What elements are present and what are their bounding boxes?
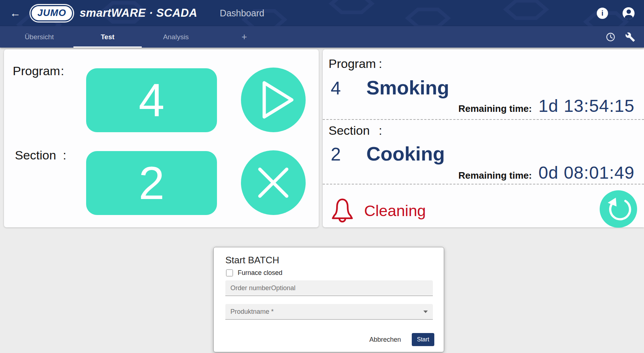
status-section-row: 2 Cooking <box>331 142 445 165</box>
order-number-input[interactable] <box>225 280 433 296</box>
status-program-label-row: Program : <box>329 57 382 71</box>
program-control-card: Program : 4 Section : 2 <box>4 49 319 227</box>
play-triangle-icon <box>241 68 306 132</box>
program-remaining-time: Remaining time: 1d 13:54:15 <box>458 96 635 116</box>
jumo-logo-text: JUMO <box>37 7 66 18</box>
section-remaining-value: 0d 08:01:49 <box>538 163 635 183</box>
furnace-closed-row[interactable]: Furnace closed <box>226 269 282 277</box>
program-status-card: Program : 4 Smoking Remaining time: 1d 1… <box>323 49 644 227</box>
divider <box>323 119 644 120</box>
status-program-label: Program <box>329 57 379 71</box>
status-program-row: 4 Smoking <box>331 76 449 99</box>
scada-dashboard-screen: ← JUMO smartWARE · SCADA Dashboard i Übe… <box>0 0 644 353</box>
status-section-label: Section <box>329 123 379 138</box>
dialog-actions: Abbrechen Start <box>369 333 434 346</box>
dialog-title: Start BATCH <box>225 255 279 266</box>
program-remaining-value: 1d 13:54:15 <box>538 96 635 116</box>
section-label-row: Section : <box>15 148 66 162</box>
status-section-name: Cooking <box>366 142 445 165</box>
status-program-number: 4 <box>331 78 366 99</box>
cross-icon <box>241 150 306 215</box>
wrench-icon[interactable] <box>625 32 635 42</box>
alarm-text: Cleaning <box>364 202 426 220</box>
alarm-status-row: Cleaning <box>331 195 426 226</box>
info-icon[interactable]: i <box>597 8 608 19</box>
furnace-closed-label: Furnace closed <box>238 269 282 277</box>
add-tab-button[interactable]: + <box>210 26 278 48</box>
status-section-number: 2 <box>331 144 366 165</box>
status-section-label-row: Section : <box>329 123 382 138</box>
history-clock-icon[interactable] <box>605 32 616 42</box>
section-number-display[interactable]: 2 <box>86 151 217 215</box>
jumo-logo: JUMO <box>31 5 73 21</box>
tab-uebersicht[interactable]: Übersicht <box>5 26 73 48</box>
cancel-program-button[interactable] <box>241 150 306 215</box>
program-number-value: 4 <box>138 77 164 123</box>
section-remaining-label: Remaining time: <box>458 170 532 181</box>
refresh-icon <box>600 190 637 228</box>
status-program-name: Smoking <box>366 76 449 99</box>
program-label-colon: : <box>61 64 64 78</box>
caret-down-icon <box>423 311 428 313</box>
header-actions: i <box>597 7 635 19</box>
tab-analysis[interactable]: Analysis <box>142 26 210 48</box>
page-title: Dashboard <box>220 8 264 19</box>
app-header: ← JUMO smartWARE · SCADA Dashboard i <box>0 0 644 26</box>
tab-test[interactable]: Test <box>73 26 142 48</box>
brand-title: smartWARE · SCADA <box>80 7 197 20</box>
tabbar-actions <box>605 26 635 48</box>
divider <box>323 184 644 184</box>
furnace-closed-checkbox[interactable] <box>226 269 233 276</box>
program-label: Program <box>13 64 61 78</box>
start-button[interactable]: Start <box>412 333 434 346</box>
account-icon[interactable] <box>623 7 635 19</box>
section-label: Section <box>15 148 63 162</box>
dashboard-tabbar: Übersicht Test Analysis + <box>0 26 644 48</box>
program-remaining-label: Remaining time: <box>458 103 532 114</box>
cancel-button[interactable]: Abbrechen <box>369 336 401 344</box>
start-program-button[interactable] <box>241 68 306 132</box>
status-program-colon: : <box>379 57 382 71</box>
product-name-select[interactable]: Produktname * <box>225 304 433 320</box>
bell-icon <box>331 195 354 226</box>
back-arrow-icon[interactable]: ← <box>8 7 23 19</box>
start-batch-dialog: Start BATCH Furnace closed Produktname *… <box>213 247 444 352</box>
section-number-value: 2 <box>138 160 164 206</box>
program-number-display[interactable]: 4 <box>86 68 217 132</box>
status-section-colon: : <box>379 123 382 138</box>
product-name-placeholder: Produktname * <box>230 308 274 316</box>
section-remaining-time: Remaining time: 0d 08:01:49 <box>458 163 635 183</box>
refresh-button[interactable] <box>600 190 637 228</box>
section-label-colon: : <box>63 148 66 162</box>
program-label-row: Program : <box>13 64 64 78</box>
